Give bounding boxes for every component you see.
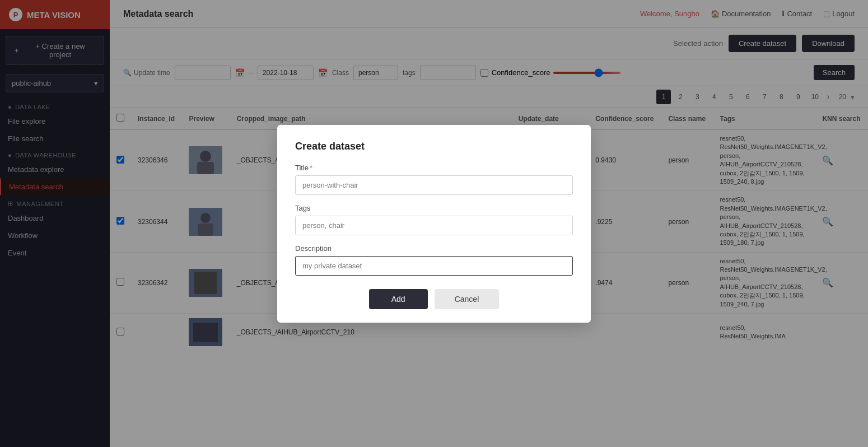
description-label: Description bbox=[295, 244, 573, 253]
tags-label: Tags bbox=[295, 204, 573, 212]
title-label: Title * bbox=[295, 164, 573, 172]
add-button[interactable]: Add bbox=[369, 289, 428, 309]
modal-title: Create dataset bbox=[295, 141, 573, 152]
modal-overlay[interactable]: Create dataset Title * Tags Description … bbox=[0, 0, 868, 447]
title-field: Title * bbox=[295, 164, 573, 195]
tags-input-modal[interactable] bbox=[295, 216, 573, 235]
create-dataset-modal: Create dataset Title * Tags Description … bbox=[277, 125, 591, 323]
cancel-button[interactable]: Cancel bbox=[435, 289, 500, 309]
description-input[interactable] bbox=[295, 256, 573, 276]
description-field: Description bbox=[295, 244, 573, 276]
modal-actions: Add Cancel bbox=[295, 289, 573, 309]
tags-field: Tags bbox=[295, 204, 573, 235]
title-input[interactable] bbox=[295, 175, 573, 195]
required-star: * bbox=[310, 164, 312, 172]
